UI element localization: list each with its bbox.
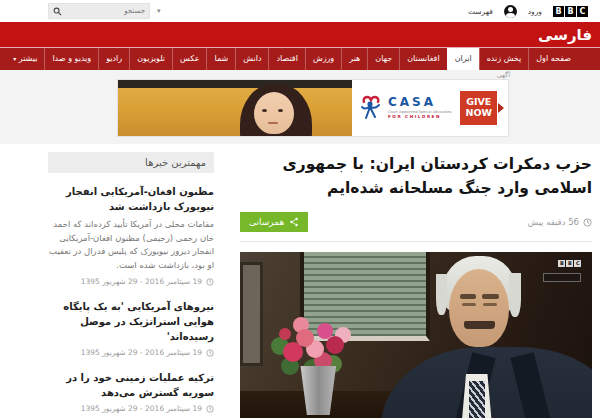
watermark-letter: B (558, 260, 565, 267)
time-ago-text: 56 دقیقه پیش (528, 217, 579, 227)
content-area: حزب دمکرات کردستان ایران: با جمهوری اسلا… (0, 144, 600, 418)
clock-icon (206, 349, 214, 357)
watermark-letter: B (566, 260, 573, 267)
bbc-logo-letter: B (553, 6, 564, 17)
news-title[interactable]: نیروهای آمریکایی 'به یک پایگاه هوایی است… (48, 299, 214, 344)
nav-item-more[interactable]: بیشتر ▾ (6, 48, 44, 70)
user-account-icon[interactable] (504, 5, 517, 18)
news-summary: مقامات محلی در آمریکا تأیید کرده‌اند که … (48, 218, 214, 272)
list-item[interactable]: نیروهای آمریکایی 'به یک پایگاه هوایی است… (48, 299, 214, 357)
give-now-button[interactable]: GIVE NOW (460, 91, 497, 125)
clock-icon (206, 405, 214, 413)
give-now-arrow-icon (498, 103, 504, 113)
chevron-down-icon: ▾ (13, 55, 16, 62)
news-date: 19 سپتامبر 2016 - 29 شهریور 1395 (48, 404, 214, 413)
bbc-logo-letter: C (577, 6, 588, 17)
menu-link[interactable]: فهرست (468, 7, 493, 16)
nav-item-science[interactable]: دانش (235, 48, 268, 70)
news-date: 19 سپتامبر 2016 - 29 شهریور 1395 (48, 277, 214, 286)
news-date: 19 سپتامبر 2016 - 29 شهریور 1395 (48, 348, 214, 357)
nav-item-world[interactable]: جهان (367, 48, 399, 70)
nav-item-economy[interactable]: اقتصاد (268, 48, 304, 70)
bbc-logo[interactable]: B B C (553, 6, 588, 17)
casa-heart-figure-icon (358, 94, 384, 122)
primary-navigation: صفحه اول پخش زنده ایران افغانستان جهان ه… (0, 47, 600, 70)
news-title[interactable]: مظنون افغان-آمریکایی انفجار نیویورک بازد… (48, 184, 214, 214)
search-dropdown-caret-icon[interactable]: ▾ (157, 7, 161, 15)
article-column: حزب دمکرات کردستان ایران: با جمهوری اسلا… (240, 152, 592, 418)
search-area: ▾ (48, 3, 161, 19)
article-video-still[interactable]: B B C (240, 252, 592, 418)
news-date-text: 19 سپتامبر 2016 - 29 شهریور 1395 (81, 404, 202, 413)
bbc-logo-letter: B (565, 6, 576, 17)
ad-label: آگهی (497, 71, 510, 79)
leaderboard-ad[interactable]: CASA Court Appointed Special Advocates F… (118, 80, 508, 136)
casa-wordmark: CASA (388, 96, 460, 110)
now-line: NOW (465, 108, 492, 119)
list-item[interactable]: ترکیه عملیات زمینی خود را در سوریه گسترش… (48, 370, 214, 413)
masthead: فارسی (0, 22, 600, 47)
topbar-right-links: فهرست ورود B B C (468, 0, 588, 22)
bbc-watermark: B B C (558, 260, 581, 267)
watermark-caption-box (543, 273, 581, 282)
signin-link[interactable]: ورود (528, 7, 542, 16)
man-striped-tie (469, 381, 485, 418)
photo-top-strip (118, 80, 352, 88)
flower-bouquet (279, 328, 291, 340)
nav-item-shoma[interactable]: شما (206, 48, 235, 70)
sidebar-header: مهمترین خبرها (48, 152, 214, 173)
ad-photo-girl (118, 80, 352, 136)
article-timestamp: 56 دقیقه پیش (528, 217, 592, 227)
man-mustache (464, 321, 496, 329)
nav-item-radio[interactable]: رادیو (98, 48, 129, 70)
article-headline: حزب دمکرات کردستان ایران: با جمهوری اسلا… (240, 152, 592, 200)
list-item[interactable]: مظنون افغان-آمریکایی انفجار نیویورک بازد… (48, 184, 214, 286)
news-date-text: 19 سپتامبر 2016 - 29 شهریور 1395 (81, 277, 202, 286)
nav-item-photos[interactable]: عکس (172, 48, 206, 70)
top-utility-bar: ▾ فهرست ورود B B C (0, 0, 600, 22)
picture-frame (240, 262, 263, 367)
article-meta-row: 56 دقیقه پیش همرسانی (240, 212, 592, 242)
search-icon (53, 7, 62, 16)
nav-item-arts[interactable]: هنر (341, 48, 367, 70)
window-blinds (300, 252, 430, 341)
man-eyebrows (460, 294, 499, 299)
ad-band: آگهی CASA Court Appointed Special Advoca… (0, 70, 600, 144)
share-icon (289, 217, 299, 227)
search-input-box[interactable] (48, 3, 150, 19)
news-title[interactable]: ترکیه عملیات زمینی خود را در سوریه گسترش… (48, 370, 214, 400)
casa-text-block: CASA Court Appointed Special Advocates F… (388, 96, 460, 120)
service-title[interactable]: فارسی (538, 26, 592, 44)
watermark-letter: C (574, 260, 581, 267)
nav-item-tv[interactable]: تلویزیون (129, 48, 172, 70)
news-date-text: 19 سپتامبر 2016 - 29 شهریور 1395 (81, 348, 202, 357)
share-button[interactable]: همرسانی (240, 212, 308, 232)
search-input[interactable] (62, 7, 145, 15)
casa-subtitle: FOR CHILDREN (388, 115, 460, 120)
nav-item-live[interactable]: پخش زنده (479, 48, 529, 70)
nav-item-home[interactable]: صفحه اول (528, 48, 578, 70)
girl-mouth (268, 122, 278, 124)
girl-eye (262, 109, 267, 112)
nav-item-sport[interactable]: ورزش (305, 48, 341, 70)
clock-icon (583, 218, 592, 227)
share-label: همرسانی (249, 217, 284, 227)
clock-icon (206, 278, 214, 286)
nav-item-audio-video[interactable]: ویدیو و صدا (44, 48, 98, 70)
man-face (449, 269, 509, 347)
ad-casa-panel: CASA Court Appointed Special Advocates F… (352, 80, 508, 136)
nav-more-label: بیشتر (19, 54, 38, 63)
nav-item-iran[interactable]: ایران (447, 48, 479, 70)
sidebar-most-important-news: مهمترین خبرها مظنون افغان-آمریکایی انفجا… (48, 152, 214, 418)
girl-eye (278, 109, 283, 112)
man-eyes (462, 303, 497, 306)
girl-face (254, 92, 294, 134)
nav-item-afghanistan[interactable]: افغانستان (399, 48, 446, 70)
